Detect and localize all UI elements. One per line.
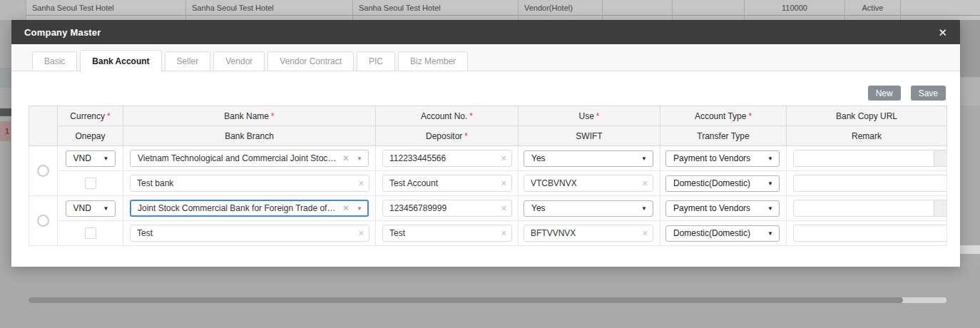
horizontal-scrollbar[interactable] [29,297,946,303]
row-1-account-no-field: ✕ [382,150,512,167]
clear-icon[interactable]: ✕ [501,155,507,163]
col-header-account-no: Account No.* [376,106,519,126]
row-1-depositor-input[interactable] [382,175,512,192]
row-2-bank-copy-url-input[interactable] [793,200,947,217]
col-header-onepay: Onepay [58,126,123,146]
background-table: Sanha Seoul Test Hotel Sanha Seoul Test … [0,0,980,20]
row-2-depositor-input[interactable] [382,225,512,242]
tab-label: Bank Account [92,56,149,66]
tab-vendor-contract[interactable]: Vendor Contract [267,51,354,71]
row-2-use-select[interactable]: Yes ▼ [524,200,653,217]
transfer-type-cell: Domestic(Domestic) ▼ [660,171,787,196]
currency-cell: VND ▼ [58,196,123,221]
background-cell-company: Sanha Seoul Test Hotel [26,0,186,20]
required-marker: * [596,111,600,121]
row-2-account-no-field: ✕ [382,200,512,217]
row-2-account-type-select[interactable]: Payment to Vendors ▼ [665,200,780,217]
row-2-remark-input[interactable] [793,225,947,242]
modal-title: Company Master [24,27,101,38]
bank-account-table: Currency* Bank Name* Account No.* Use* A… [29,106,946,246]
background-band [960,245,980,254]
background-cell-code: 110000 [745,0,845,20]
bank-row-2-line-1: VND ▼ Joint Stock Commercial Bank for Fo… [29,196,947,221]
row-1-account-no-input[interactable] [382,150,512,167]
background-cell-type: Vendor(Hotel) [519,0,603,20]
row-1-bank-name-combobox[interactable]: Vietnam Technological and Commercial Joi… [130,150,369,167]
tab-biz-member[interactable]: Biz Member [398,51,468,71]
clear-icon[interactable]: ✕ [501,205,507,212]
clear-icon[interactable]: ✕ [358,230,364,237]
swift-cell: ✕ [519,221,660,246]
row-2-url-browse-button[interactable] [934,200,947,216]
chevron-down-icon: ▼ [357,155,362,162]
clear-icon[interactable]: ✕ [501,230,507,237]
row-2-transfer-type-select[interactable]: Domestic(Domestic) ▼ [665,225,780,242]
bank-name-value: Vietnam Technological and Commercial Joi… [138,153,337,163]
bank-row-2-line-2: ✕ ✕ [29,221,947,246]
currency-cell: VND ▼ [58,146,123,171]
row-2-swift-input[interactable] [524,225,653,242]
use-cell: Yes ▼ [519,196,660,221]
select-column-header [29,106,58,146]
background-cell [673,0,745,20]
row-1-currency-select[interactable]: VND ▼ [66,150,116,167]
close-icon[interactable]: ✕ [938,27,947,38]
bank-copy-url-cell [787,196,947,221]
row-1-transfer-type-select[interactable]: Domestic(Domestic) ▼ [665,175,780,192]
screen: Sanha Seoul Test Hotel Sanha Seoul Test … [0,0,980,328]
row-1-swift-input[interactable] [524,175,653,192]
row-2-bank-name-combobox[interactable]: Joint Stock Commercial Bank for Foreign … [130,200,369,217]
new-button[interactable]: New [868,86,901,101]
company-master-modal: Company Master ✕ Basic Bank Account Sell… [11,20,960,267]
transfer-type-value: Domestic(Domestic) [673,178,763,188]
row-1-account-type-select[interactable]: Payment to Vendors ▼ [665,150,780,167]
row-2-account-no-input[interactable] [382,200,512,217]
bank-branch-cell: ✕ [123,171,376,196]
row-1-onepay-checkbox[interactable] [85,178,96,189]
currency-value: VND [73,203,99,213]
row-2-radio[interactable] [37,215,49,227]
chevron-down-icon: ▼ [103,205,109,212]
row-1-remark-input[interactable] [793,175,947,192]
currency-value: VND [73,153,99,163]
clear-icon[interactable]: ✕ [642,230,648,237]
action-buttons: New Save [868,86,946,101]
tab-label: Basic [44,56,65,66]
tab-bank-account[interactable]: Bank Account [80,50,161,73]
row-1-bank-copy-url-field [793,150,947,167]
clear-icon[interactable]: ✕ [342,203,349,213]
tab-pic[interactable]: PIC [357,51,395,71]
bank-row-1-line-2: ✕ ✕ [29,171,947,196]
modal-header: Company Master ✕ [11,20,960,44]
background-cell-company: Sanha Seoul Test Hotel [186,0,353,20]
background-rownum-cell [0,0,26,20]
bank-name-cell: Vietnam Technological and Commercial Joi… [123,146,376,171]
row-1-bank-branch-input[interactable] [130,175,369,192]
scrollbar-thumb[interactable] [29,297,903,303]
tab-seller[interactable]: Seller [165,51,211,71]
row-2-currency-select[interactable]: VND ▼ [66,200,116,217]
row-1-radio[interactable] [37,165,49,177]
transfer-type-cell: Domestic(Domestic) ▼ [660,221,787,246]
save-button[interactable]: Save [911,86,946,101]
col-header-use: Use* [519,106,660,126]
chevron-down-icon: ▼ [357,205,362,212]
row-1-bank-copy-url-input[interactable] [793,150,947,167]
row-2-onepay-checkbox[interactable] [85,227,96,239]
tab-vendor[interactable]: Vendor [213,51,265,71]
clear-icon[interactable]: ✕ [358,180,364,188]
tab-label: Biz Member [410,56,456,66]
row-1-bank-branch-field: ✕ [130,175,369,192]
clear-icon[interactable]: ✕ [342,153,349,163]
row-1-use-select[interactable]: Yes ▼ [524,150,653,167]
onepay-cell [58,221,123,246]
clear-icon[interactable]: ✕ [501,180,507,188]
clear-icon[interactable]: ✕ [642,180,648,188]
bank-name-cell: Joint Stock Commercial Bank for Foreign … [123,196,376,221]
row-1-url-browse-button[interactable] [934,150,947,166]
row-2-bank-branch-input[interactable] [130,225,369,242]
row-2-swift-field: ✕ [524,225,653,242]
chevron-down-icon: ▼ [641,205,647,212]
required-marker: * [748,111,752,121]
tab-basic[interactable]: Basic [32,51,77,71]
